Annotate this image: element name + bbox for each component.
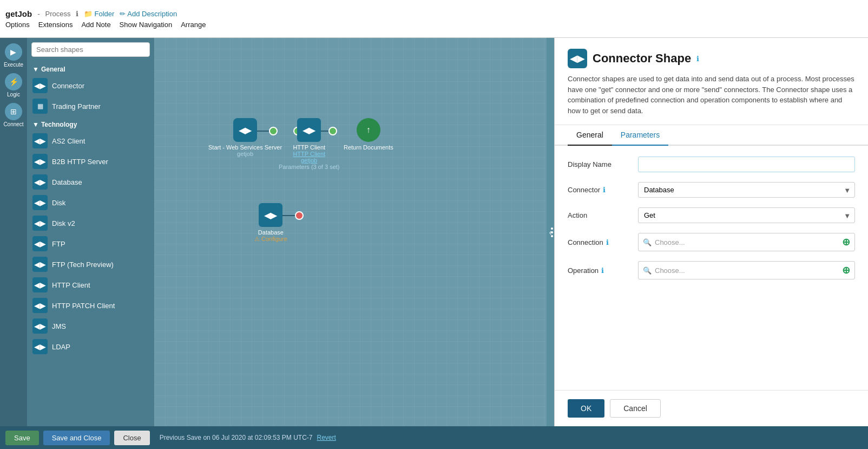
operation-choose-wrap[interactable]: 🔍 Choose... ⊕ [638, 261, 855, 279]
disk-icon: ◀▶ [32, 195, 48, 210]
start-node[interactable]: ◀▶ Start - Web Services Server getjob [208, 118, 282, 157]
http-client-node[interactable]: ◀▶ HTTP Client HTTP Client getjob Parame… [279, 118, 340, 170]
database-node-box: ◀▶ [259, 203, 282, 227]
disk-v2-item[interactable]: ◀▶ Disk v2 [27, 213, 154, 233]
execute-icon: ▶ [5, 43, 22, 61]
trading-partner-label: Trading Partner [52, 102, 101, 110]
connector-info-icon[interactable]: ℹ [603, 186, 606, 194]
http-client-node-box: ◀▶ [297, 118, 321, 142]
operation-choose-text: Choose... [655, 266, 842, 275]
scroll-dots [551, 227, 553, 237]
as2-client-icon: ◀▶ [32, 133, 48, 148]
http-client-item[interactable]: ◀▶ HTTP Client [27, 275, 154, 295]
logic-button[interactable]: ⚡ Logic [5, 73, 22, 97]
tab-parameters[interactable]: Parameters [612, 125, 668, 146]
connect-button[interactable]: ⊞ Connect [3, 103, 23, 127]
general-group-label: General [41, 66, 65, 73]
panel-info-icon[interactable]: ℹ [696, 55, 699, 63]
http-client-label: HTTP Client [52, 281, 90, 289]
canvas-area[interactable]: ◀▶ Start - Web Services Server getjob ◀▶… [154, 38, 554, 426]
panel-footer: OK Cancel [555, 390, 868, 426]
ftp-label: FTP [52, 240, 65, 248]
save-and-close-button[interactable]: Save and Close [43, 431, 110, 445]
display-name-input[interactable] [638, 157, 855, 172]
disk-item[interactable]: ◀▶ Disk [27, 192, 154, 213]
start-node-box: ◀▶ [233, 118, 257, 142]
info-icon[interactable]: ℹ [76, 10, 78, 18]
ftp-item[interactable]: ◀▶ FTP [27, 233, 154, 254]
http-patch-client-item[interactable]: ◀▶ HTTP PATCH Client [27, 295, 154, 316]
folder-link[interactable]: 📁 Folder [84, 10, 114, 18]
connection-add-button[interactable]: ⊕ [842, 236, 850, 248]
database-item[interactable]: ◀▶ Database [27, 172, 154, 192]
action-row: Action Get Send Query ▼ [568, 207, 855, 223]
add-description-link[interactable]: ✏ Add Description [120, 10, 177, 18]
save-button[interactable]: Save [5, 431, 39, 445]
http-client-sublabel2[interactable]: getjob [301, 157, 317, 164]
ftp-tech-preview-icon: ◀▶ [32, 257, 48, 272]
logic-icon: ⚡ [5, 73, 22, 90]
ok-button[interactable]: OK [568, 399, 604, 418]
menu-extensions[interactable]: Extensions [38, 21, 73, 29]
http-client-sublabel1[interactable]: HTTP Client [293, 151, 325, 157]
menu-show-navigation[interactable]: Show Navigation [120, 21, 173, 29]
ldap-label: LDAP [52, 343, 70, 351]
ftp-tech-preview-item[interactable]: ◀▶ FTP (Tech Preview) [27, 254, 154, 275]
database-configure-label[interactable]: ⚠ Configure [254, 236, 287, 243]
panel-tabs: General Parameters [555, 125, 868, 146]
status-text: Previous Save on 06 Jul 2020 at 02:09:53… [160, 434, 313, 441]
connection-info-icon[interactable]: ℹ [606, 238, 609, 246]
operation-info-icon[interactable]: ℹ [601, 266, 604, 275]
as2-client-item[interactable]: ◀▶ AS2 Client [27, 131, 154, 151]
database-node[interactable]: ◀▶ Database ⚠ Configure [254, 203, 287, 243]
general-group-header[interactable]: ▼ General [27, 61, 154, 75]
ldap-item[interactable]: ◀▶ LDAP [27, 336, 154, 357]
disk-v2-label: Disk v2 [52, 219, 75, 227]
panel-title-text: Connector Shape [593, 51, 691, 66]
ftp-icon: ◀▶ [32, 236, 48, 251]
operation-row: Operation ℹ 🔍 Choose... ⊕ [568, 261, 855, 279]
b2b-http-server-item[interactable]: ◀▶ B2B HTTP Server [27, 151, 154, 172]
menu-arrange[interactable]: Arrange [181, 21, 206, 29]
search-input[interactable] [31, 42, 150, 57]
connector-select[interactable]: Database HTTP Client FTP AS2 Client [638, 182, 855, 198]
revert-link[interactable]: Revert [317, 434, 336, 441]
tab-general[interactable]: General [568, 125, 612, 146]
tech-collapse-icon: ▼ [32, 121, 39, 128]
connector-row: Connector ℹ Database HTTP Client FTP AS2… [568, 182, 855, 198]
http-client-sublabel3: Parameters (3 of 3 set) [279, 164, 340, 170]
connector-shape-item[interactable]: ◀▶ Connector [27, 75, 154, 96]
panel-title-row: ◀▶ Connector Shape ℹ [568, 49, 855, 68]
jms-icon: ◀▶ [32, 318, 48, 334]
close-button[interactable]: Close [114, 431, 149, 445]
svg-point-6 [295, 212, 303, 219]
folder-label: Folder [94, 10, 114, 18]
collapse-icon: ▼ [32, 66, 39, 73]
return-docs-label: Return Documents [344, 144, 393, 151]
database-label: Database [52, 178, 82, 186]
return-docs-node[interactable]: ↑ Return Documents [344, 118, 393, 151]
execute-button[interactable]: ▶ Execute [4, 43, 23, 68]
ldap-icon: ◀▶ [32, 339, 48, 354]
search-box [27, 38, 154, 61]
connection-choose-wrap[interactable]: 🔍 Choose... ⊕ [638, 233, 855, 251]
add-description-label: Add Description [127, 10, 177, 18]
connector-form-label: Connector ℹ [568, 186, 638, 194]
cancel-button[interactable]: Cancel [610, 399, 661, 418]
action-select[interactable]: Get Send Query [638, 207, 855, 223]
operation-add-button[interactable]: ⊕ [842, 264, 850, 276]
connector-shape-label: Connector [52, 82, 84, 90]
shapes-sidebar: ▼ General ◀▶ Connector ▦ Trading Partner… [27, 38, 154, 426]
jms-item[interactable]: ◀▶ JMS [27, 316, 154, 336]
bottombar: Save Save and Close Close Previous Save … [0, 426, 868, 449]
menu-add-note[interactable]: Add Note [81, 21, 110, 29]
technology-group-header[interactable]: ▼ Technology [27, 116, 154, 131]
operation-search-icon: 🔍 [643, 266, 652, 275]
menu-options[interactable]: Options [5, 21, 30, 29]
panel-description: Connector shapes are used to get data in… [568, 74, 855, 116]
b2b-http-server-icon: ◀▶ [32, 154, 48, 169]
connection-label: Connection ℹ [568, 238, 638, 246]
trading-partner-shape-item[interactable]: ▦ Trading Partner [27, 96, 154, 116]
start-node-label: Start - Web Services Server [208, 144, 282, 151]
process-label: Process [45, 10, 71, 18]
